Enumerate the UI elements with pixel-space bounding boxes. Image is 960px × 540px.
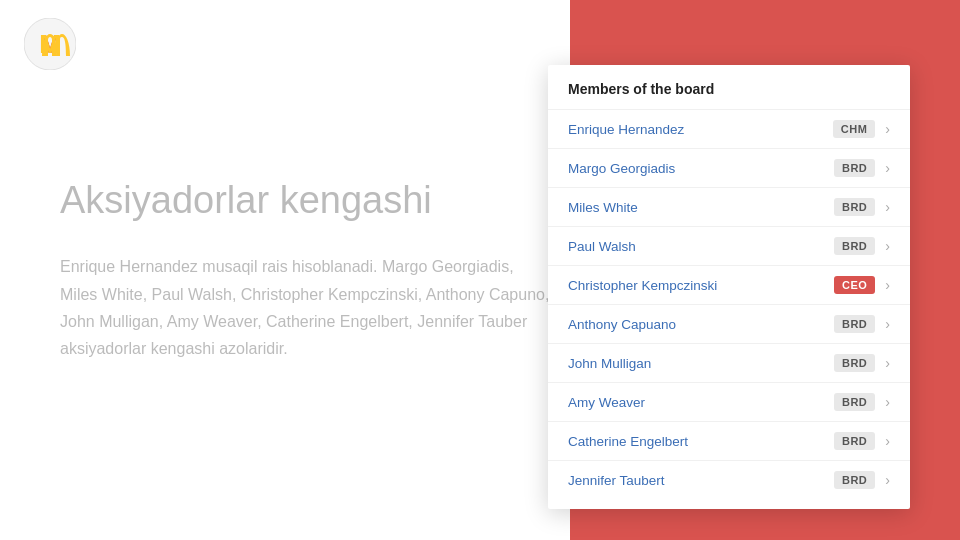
member-badge: BRD	[834, 159, 875, 177]
member-name: Miles White	[568, 200, 834, 215]
member-badge: BRD	[834, 393, 875, 411]
left-panel: M M Aksiyadorlar kengashi Enrique Hernan…	[0, 0, 610, 540]
member-badge: BRD	[834, 237, 875, 255]
member-row[interactable]: Enrique HernandezCHM›	[548, 110, 910, 149]
page-description: Enrique Hernandez musaqil rais hisoblana…	[60, 253, 550, 362]
chevron-right-icon: ›	[885, 394, 890, 410]
member-name: Margo Georgiadis	[568, 161, 834, 176]
member-row[interactable]: Anthony CapuanoBRD›	[548, 305, 910, 344]
chevron-right-icon: ›	[885, 277, 890, 293]
member-badge: CHM	[833, 120, 876, 138]
member-name: Jennifer Taubert	[568, 473, 834, 488]
chevron-right-icon: ›	[885, 433, 890, 449]
member-name: John Mulligan	[568, 356, 834, 371]
page-title: Aksiyadorlar kengashi	[60, 178, 550, 224]
chevron-right-icon: ›	[885, 160, 890, 176]
member-badge: CEO	[834, 276, 875, 294]
chevron-right-icon: ›	[885, 238, 890, 254]
card-header: Members of the board	[548, 65, 910, 110]
member-badge: BRD	[834, 354, 875, 372]
member-name: Catherine Engelbert	[568, 434, 834, 449]
member-row[interactable]: Margo GeorgiadisBRD›	[548, 149, 910, 188]
member-name: Enrique Hernandez	[568, 122, 833, 137]
member-row[interactable]: John MulliganBRD›	[548, 344, 910, 383]
chevron-right-icon: ›	[885, 316, 890, 332]
member-badge: BRD	[834, 198, 875, 216]
chevron-right-icon: ›	[885, 355, 890, 371]
member-name: Christopher Kempczinski	[568, 278, 834, 293]
member-badge: BRD	[834, 471, 875, 489]
member-name: Amy Weaver	[568, 395, 834, 410]
member-row[interactable]: Jennifer TaubertBRD›	[548, 461, 910, 499]
logo-area: M M	[24, 18, 76, 70]
member-row[interactable]: Catherine EngelbertBRD›	[548, 422, 910, 461]
chevron-right-icon: ›	[885, 199, 890, 215]
members-list: Enrique HernandezCHM›Margo GeorgiadisBRD…	[548, 110, 910, 499]
chevron-right-icon: ›	[885, 472, 890, 488]
member-row[interactable]: Christopher KempczinskiCEO›	[548, 266, 910, 305]
member-row[interactable]: Paul WalshBRD›	[548, 227, 910, 266]
member-row[interactable]: Miles WhiteBRD›	[548, 188, 910, 227]
members-card: Members of the board Enrique HernandezCH…	[548, 65, 910, 509]
member-name: Anthony Capuano	[568, 317, 834, 332]
member-badge: BRD	[834, 432, 875, 450]
chevron-right-icon: ›	[885, 121, 890, 137]
member-name: Paul Walsh	[568, 239, 834, 254]
member-badge: BRD	[834, 315, 875, 333]
member-row[interactable]: Amy WeaverBRD›	[548, 383, 910, 422]
mcdonalds-logo-icon: M M	[24, 18, 76, 70]
